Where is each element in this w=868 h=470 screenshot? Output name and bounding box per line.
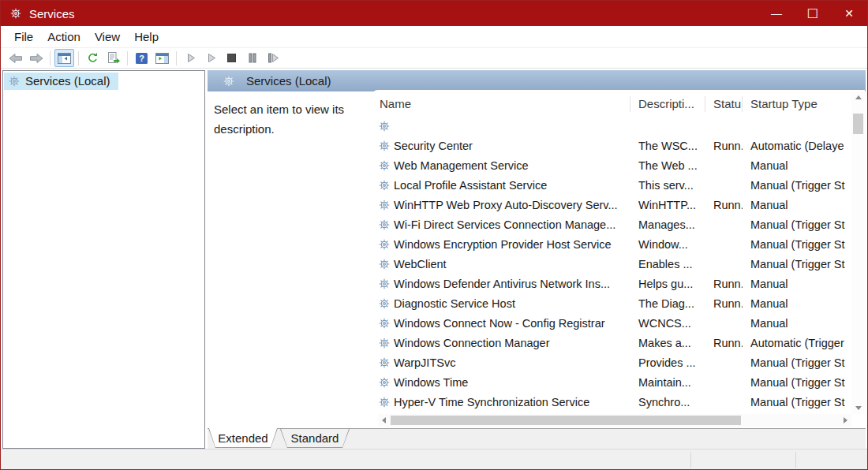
horizontal-scroll-thumb[interactable] — [391, 416, 741, 425]
service-name-cell: Windows Time — [372, 376, 630, 389]
refresh-icon — [87, 52, 99, 64]
service-description: The Diag... — [630, 297, 705, 310]
service-name: Hyper-V Time Synchronization Service — [394, 396, 589, 408]
restart-service-button[interactable] — [263, 49, 282, 67]
service-description: Makes a... — [630, 337, 705, 349]
table-row[interactable]: WebClient Enables ... Manual (Trigger St — [372, 254, 851, 274]
service-gear-icon — [379, 140, 390, 151]
maximize-icon: ☐ — [807, 6, 818, 21]
tree-item-services-local[interactable]: Services (Local) — [4, 73, 118, 90]
scroll-up-button[interactable] — [851, 91, 865, 103]
table-row[interactable]: Security Center The WSC... Runn... Autom… — [372, 136, 851, 155]
scroll-left-button[interactable] — [378, 414, 390, 427]
service-gear-icon — [379, 219, 390, 230]
show-action-pane-button[interactable] — [152, 49, 172, 67]
forward-button[interactable] — [26, 49, 46, 67]
start-service-icon — [186, 53, 196, 63]
table-row[interactable]: Windows Connection Manager Makes a... Ru… — [372, 333, 851, 352]
pause-service-icon — [248, 53, 257, 63]
close-button[interactable]: ✕ — [831, 1, 867, 26]
service-gear-icon — [379, 338, 390, 349]
toolbar-separator — [50, 51, 51, 65]
service-description: The WSC... — [630, 140, 705, 152]
start-service-button[interactable] — [181, 49, 200, 67]
service-description: WinHTTP... — [630, 199, 705, 211]
svg-text:?: ? — [139, 54, 144, 63]
minimize-button[interactable]: — — [758, 1, 795, 26]
left-arrow-icon — [382, 417, 386, 423]
service-startup-type: Manual — [743, 297, 851, 310]
services-gear-icon — [9, 76, 20, 87]
table-row[interactable]: Wi-Fi Direct Services Connection Manage.… — [372, 214, 851, 234]
close-icon: ✕ — [844, 7, 854, 20]
table-row[interactable]: WarpJITSvc Provides ... Manual (Trigger … — [372, 352, 851, 372]
help-button[interactable]: ? — [132, 49, 152, 67]
table-row[interactable]: Local Profile Assistant Service This ser… — [372, 175, 851, 195]
table-row[interactable] — [372, 116, 851, 136]
table-row[interactable]: Windows Connect Now - Config Registrar W… — [372, 313, 851, 333]
maximize-button[interactable]: ☐ — [795, 1, 831, 26]
table-row[interactable]: Web Management Service The Web ... Manua… — [372, 155, 851, 175]
service-description: Window... — [630, 238, 705, 251]
back-icon — [9, 53, 23, 64]
refresh-button[interactable] — [83, 49, 103, 67]
service-startup-type: Manual (Trigger St — [743, 179, 851, 192]
column-header-startup-type[interactable]: Startup Type — [743, 96, 851, 112]
scroll-right-button[interactable] — [840, 414, 851, 427]
vertical-scrollbar[interactable] — [851, 91, 865, 414]
description-placeholder: Select an item to view its description. — [214, 99, 372, 139]
table-row[interactable]: Windows Time Maintain... Manual (Trigger… — [372, 372, 851, 392]
back-button[interactable] — [6, 49, 25, 67]
stop-service-icon — [226, 53, 237, 63]
help-icon: ? — [136, 53, 148, 64]
tab-extended[interactable]: Extended — [208, 428, 278, 448]
vertical-scroll-thumb[interactable] — [853, 114, 863, 134]
menu-file[interactable]: File — [7, 28, 40, 46]
stop-service-button[interactable] — [222, 49, 241, 67]
export-list-button[interactable] — [103, 49, 123, 67]
service-name-cell: Windows Defender Antivirus Network Ins..… — [372, 278, 630, 290]
table-row[interactable]: Hyper-V Time Synchronization Service Syn… — [372, 392, 851, 412]
service-name: Web Management Service — [394, 159, 529, 172]
table-row[interactable]: Diagnostic Service Host The Diag... Runn… — [372, 293, 851, 313]
service-gear-icon — [379, 397, 390, 408]
tab-extended-label: Extended — [209, 428, 277, 447]
column-header-status[interactable]: Statu... — [705, 96, 743, 112]
tab-standard-label: Standard — [281, 429, 349, 447]
service-name: Wi-Fi Direct Services Connection Manage.… — [394, 218, 615, 231]
menu-view[interactable]: View — [88, 28, 127, 46]
service-name: Security Center — [394, 140, 473, 152]
restart-service-icon — [268, 53, 279, 63]
view-tabstrip: Extended Standard — [208, 429, 866, 449]
services-rows: Security Center The WSC... Runn... Autom… — [372, 116, 851, 427]
menu-action[interactable]: Action — [40, 28, 88, 46]
scroll-down-button[interactable] — [851, 402, 865, 414]
tab-standard[interactable]: Standard — [280, 429, 350, 448]
service-name-cell: Windows Connect Now - Config Registrar — [372, 317, 630, 330]
pause-service-button[interactable] — [242, 49, 262, 67]
service-status: Runn... — [705, 140, 743, 152]
service-name: Diagnostic Service Host — [394, 297, 515, 310]
table-row[interactable]: Windows Defender Antivirus Network Ins..… — [372, 274, 851, 293]
service-startup-type: Manual — [743, 278, 851, 290]
column-header-name[interactable]: Name — [372, 96, 630, 112]
table-row[interactable]: WinHTTP Web Proxy Auto-Discovery Serv...… — [372, 195, 851, 214]
column-header-description[interactable]: Descripti... — [630, 96, 705, 112]
toolbar-separator — [127, 51, 128, 65]
services-list: Name Descripti... Statu... Startup Type — [372, 90, 865, 427]
service-description: Maintain... — [630, 376, 705, 389]
service-startup-type: Manual (Trigger St — [743, 238, 851, 251]
show-console-tree-button[interactable] — [54, 49, 74, 67]
services-gear-icon — [10, 8, 21, 19]
service-name: WebClient — [394, 258, 447, 270]
titlebar: Services — ☐ ✕ — [1, 1, 867, 26]
resume-service-button[interactable] — [201, 49, 221, 67]
horizontal-scrollbar[interactable] — [378, 414, 851, 427]
service-status: Runn... — [705, 337, 743, 349]
table-row[interactable]: Windows Encryption Provider Host Service… — [372, 234, 851, 254]
service-name: Windows Connect Now - Config Registrar — [394, 317, 605, 330]
menu-help[interactable]: Help — [127, 28, 166, 46]
services-gear-icon — [223, 76, 234, 87]
service-name-cell: Windows Encryption Provider Host Service — [372, 238, 630, 251]
services-window: Services — ☐ ✕ File Action View Help — [0, 0, 868, 470]
